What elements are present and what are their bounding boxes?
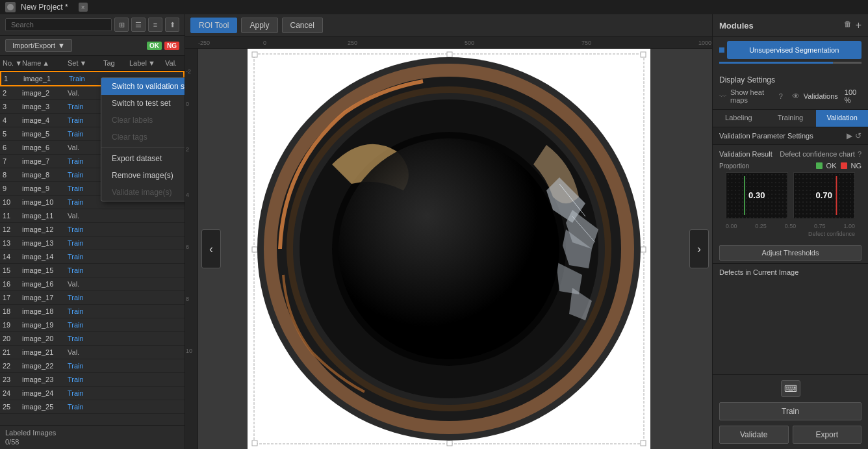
eye-icon[interactable]: 👁 [792, 92, 800, 101]
ok-chart: 0.30 [726, 172, 788, 218]
table-row[interactable]: 11 image_11 Val. [0, 209, 185, 223]
table-row[interactable]: 14 image_14 Train [0, 250, 185, 264]
cell-label [127, 251, 162, 262]
cell-label [127, 238, 162, 248]
svg-rect-5 [641, 52, 646, 57]
ruler-mark-3: 500 [465, 40, 474, 46]
export-button[interactable]: Export [793, 426, 862, 444]
cell-val [162, 320, 185, 330]
heat-map-toggle-icon: 〰 [719, 92, 726, 100]
svg-rect-4 [447, 52, 452, 57]
keyboard-shortcut-button[interactable]: ⌨ [781, 380, 800, 397]
cell-set: Train [65, 402, 101, 412]
table-row[interactable]: 23 image_23 Train [0, 373, 185, 387]
adjust-thresholds-button[interactable]: Adjust Thresholds [719, 245, 862, 261]
cell-val [162, 347, 185, 357]
cell-val [162, 333, 185, 344]
cell-name: image_7 [19, 156, 65, 166]
col-set[interactable]: Set ▼ [65, 58, 101, 68]
axis-0: 0.00 [726, 223, 737, 229]
axis-100: 1.00 [843, 223, 855, 229]
table-row[interactable]: 13 image_13 Train [0, 237, 185, 250]
expand-icon[interactable]: ▶ [847, 131, 852, 140]
table-row[interactable]: 25 image_25 Train [0, 400, 185, 414]
import-icon[interactable]: ⬆ [165, 18, 179, 32]
cell-label [127, 374, 162, 385]
table-row[interactable]: 24 image_24 Train [0, 387, 185, 400]
cell-tag [101, 361, 127, 371]
next-arrow[interactable]: › [689, 229, 709, 268]
cell-no: 11 [0, 211, 19, 221]
list-icon[interactable]: ≡ [148, 18, 162, 32]
table-row[interactable]: 21 image_21 Val. [0, 346, 185, 359]
cell-no: 3 [0, 101, 19, 112]
cell-name: image_21 [19, 347, 65, 357]
cell-name: image_15 [19, 265, 65, 276]
cell-set: Train [65, 129, 101, 139]
cell-set: Train [65, 224, 101, 235]
cell-no: 16 [0, 279, 19, 289]
col-no[interactable]: No. ▼ [0, 58, 19, 68]
context-menu-item[interactable]: Remove image(s)Del [101, 167, 185, 184]
trash-icon[interactable]: 🗑 [844, 19, 852, 31]
search-bar: ⊞ ☰ ≡ ⬆ [0, 14, 185, 36]
table-row[interactable]: 22 image_22 Train [0, 359, 185, 373]
import-export-button[interactable]: Import/Export ▼ [5, 39, 72, 52]
canvas-image [248, 49, 650, 449]
tab-training[interactable]: Training [765, 110, 817, 127]
context-menu-item[interactable]: Switch to validation set [101, 78, 185, 95]
table-row[interactable]: 20 image_20 Train [0, 332, 185, 346]
cell-set: Train [65, 292, 101, 303]
table-row[interactable]: 18 image_18 Train [0, 305, 185, 318]
context-menu-item[interactable]: Export dataset [101, 150, 185, 167]
context-menu-item[interactable]: Switch to test set [101, 95, 185, 112]
cancel-button[interactable]: Cancel [282, 18, 323, 33]
modules-icons: 🗑 + [844, 19, 862, 31]
apply-button[interactable]: Apply [241, 18, 277, 33]
sort-icon[interactable]: ☰ [131, 18, 146, 32]
ok-label: OK [826, 162, 837, 170]
cell-no: 22 [0, 361, 19, 371]
unsupervised-button[interactable]: Unsupervised Segmentation [727, 41, 862, 59]
table-row[interactable]: 17 image_17 Train [0, 291, 185, 305]
roi-tool-button[interactable]: ROI Tool [190, 18, 237, 33]
info-icon[interactable]: ? [779, 92, 783, 100]
table-row[interactable]: 12 image_12 Train [0, 223, 185, 237]
col-label[interactable]: Label ▼ [127, 58, 162, 68]
cell-set: Train [65, 333, 101, 344]
cell-val [162, 402, 185, 412]
image-svg [248, 49, 650, 449]
table-row[interactable]: 19 image_19 Train [0, 318, 185, 332]
reset-icon[interactable]: ↺ [855, 131, 862, 140]
filter-icon[interactable]: ⊞ [114, 18, 129, 32]
axis-labels: 0.00 0.25 0.50 0.75 1.00 [719, 222, 862, 231]
validate-button[interactable]: Validate [719, 426, 789, 444]
show-heat-maps-label: Show heat maps [730, 88, 775, 104]
col-val[interactable]: Val. [162, 58, 188, 68]
cell-name: image_3 [19, 101, 65, 112]
close-button[interactable]: × [79, 3, 88, 12]
ruler-horizontal: -250 0 250 500 750 1000 [185, 37, 712, 49]
prev-arrow[interactable]: ‹ [201, 229, 221, 268]
cell-val [162, 251, 185, 262]
defect-info-icon[interactable]: ? [858, 150, 862, 158]
col-name[interactable]: Name ▲ [19, 58, 65, 68]
table-row[interactable]: 16 image_16 Val. [0, 277, 185, 291]
train-button[interactable]: Train [719, 402, 862, 420]
table-row[interactable]: 15 image_15 Train [0, 264, 185, 277]
table-header: No. ▼ Name ▲ Set ▼ Tag Label ▼ Val. [0, 56, 185, 71]
defect-confidence-axis-label: Defect confidence [719, 231, 862, 237]
menu-separator [101, 148, 185, 148]
cell-set: Train [65, 320, 101, 330]
canvas-area[interactable]: -2 0 2 4 6 8 10 ‹ › [185, 49, 712, 449]
cell-name: image_18 [19, 306, 65, 316]
cell-no: 6 [0, 142, 19, 153]
add-icon[interactable]: + [856, 19, 862, 31]
tab-labeling[interactable]: Labeling [713, 110, 765, 127]
cell-name: image_20 [19, 333, 65, 344]
search-input[interactable] [5, 18, 112, 31]
tab-validation[interactable]: Validation [816, 110, 868, 127]
col-tag[interactable]: Tag [101, 58, 127, 68]
cell-label [127, 224, 162, 235]
cell-tag [101, 238, 127, 248]
